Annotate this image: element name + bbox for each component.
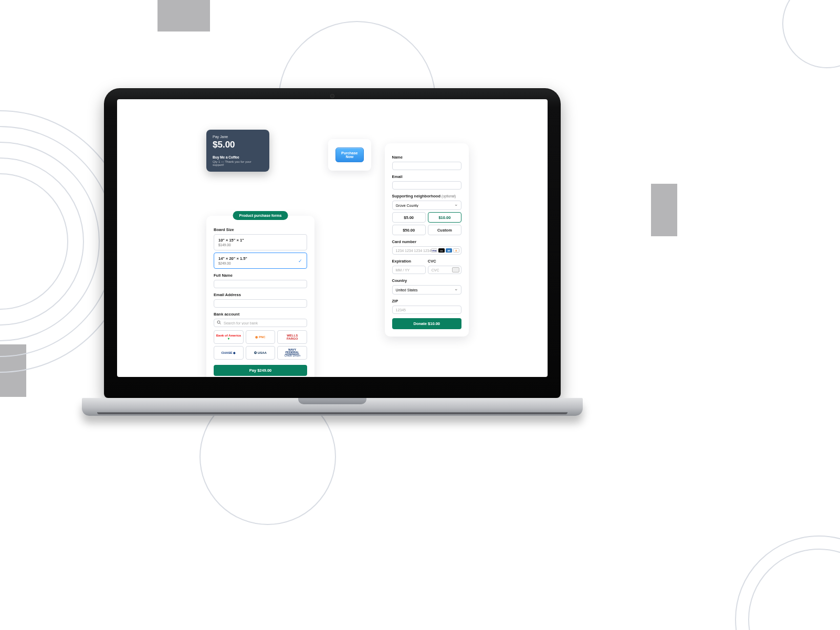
pay-amount: $5.00 xyxy=(213,140,263,150)
product-form-card: Product purchase forms Board Size 10" × … xyxy=(206,216,314,377)
zip-input[interactable] xyxy=(392,306,461,314)
bank-navyfederal[interactable]: NAVYFEDERALCredit Union xyxy=(277,346,307,360)
purchase-button-card: Purchase Now xyxy=(328,139,371,171)
laptop-base xyxy=(82,398,583,416)
deco-rect xyxy=(651,184,677,236)
full-name-input[interactable] xyxy=(214,280,307,288)
pay-fine: Qty 1 — Thank you for your support! xyxy=(213,160,263,166)
neighborhood-label: Supporting neighborhood (optional) xyxy=(392,194,461,198)
country-label: Country xyxy=(392,278,461,283)
card-brand-icons: VISA ●● AE D xyxy=(431,248,459,253)
size-option-0[interactable]: 10" × 15" × 1" $149.00 xyxy=(214,234,307,250)
exp-input[interactable] xyxy=(392,266,426,274)
purchase-now-button[interactable]: Purchase Now xyxy=(335,148,364,162)
deco-circle xyxy=(782,0,840,68)
amount-5[interactable]: $5.00 xyxy=(392,212,426,223)
mastercard-icon: ●● xyxy=(438,248,445,253)
bank-search-input[interactable] xyxy=(214,319,307,327)
email-input[interactable] xyxy=(214,299,307,308)
amount-50[interactable]: $50.00 xyxy=(392,225,426,235)
board-size-label: Board Size xyxy=(214,227,307,232)
cvc-label: CVC xyxy=(428,259,461,264)
bank-usaa[interactable]: ✪ USAA xyxy=(246,346,276,360)
zip-label: ZIP xyxy=(392,299,461,303)
bank-label: Bank account xyxy=(214,312,307,317)
amount-custom[interactable]: Custom xyxy=(428,225,461,235)
exp-label: Expiration xyxy=(392,259,426,264)
email-label: Email Address xyxy=(214,292,307,297)
discover-icon: D xyxy=(453,248,459,253)
name-input[interactable] xyxy=(392,162,461,170)
bank-wellsfargo[interactable]: WELLSFARGO xyxy=(277,330,307,344)
pay-button[interactable]: Pay $249.00 xyxy=(214,365,307,376)
visa-icon: VISA xyxy=(431,248,437,253)
amex-icon: AE xyxy=(446,248,452,253)
search-icon xyxy=(217,320,221,326)
card-number-label: Card number xyxy=(392,239,461,244)
bank-boa[interactable]: Bank of America▾ xyxy=(214,330,244,344)
country-select[interactable]: United States xyxy=(392,285,461,295)
svg-line-1 xyxy=(220,323,221,324)
neighborhood-select[interactable]: Grove County xyxy=(392,201,461,210)
name-label: Name xyxy=(392,155,461,160)
bank-chase[interactable]: CHASE ◆ xyxy=(214,346,244,360)
pay-item: Buy Me a Coffee xyxy=(213,155,263,159)
laptop-frame: Pay Jane $5.00 Buy Me a Coffee Qty 1 — T… xyxy=(104,88,561,416)
pay-recipient: Pay Jane xyxy=(213,135,263,139)
full-name-label: Full Name xyxy=(214,273,307,278)
deco-rings xyxy=(735,536,840,630)
donate-email-label: Email xyxy=(392,174,461,179)
section-pill: Product purchase forms xyxy=(233,211,288,220)
donate-button[interactable]: Donate $10.00 xyxy=(392,318,461,329)
amount-10[interactable]: $10.00 xyxy=(428,212,461,223)
bank-pnc[interactable]: ◉ PNC xyxy=(246,330,276,344)
cvc-input[interactable] xyxy=(428,266,461,274)
donate-email-input[interactable] xyxy=(392,181,461,190)
pay-summary-card: Pay Jane $5.00 Buy Me a Coffee Qty 1 — T… xyxy=(206,130,269,172)
deco-rect xyxy=(158,0,210,32)
svg-point-0 xyxy=(217,321,220,323)
donate-form-card: Name Email Supporting neighborhood (opti… xyxy=(385,143,469,337)
size-option-1[interactable]: 14" × 20" × 1.5" $249.00 xyxy=(214,253,307,269)
